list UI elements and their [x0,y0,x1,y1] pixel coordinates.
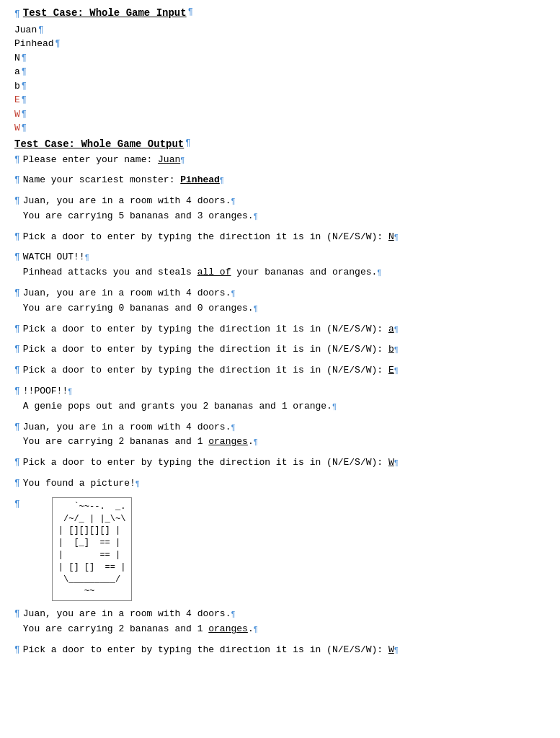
output-content-16: Pick a door to enter by typing the direc… [23,643,546,658]
output-content-12: Pick a door to enter by typing the direc… [23,455,546,471]
door-prompt-5: Pick a door to enter by typing the direc… [23,455,546,471]
cursor-6a: ¶ [231,290,235,298]
output-line-monster-prompt: Name your scariest monster: Pinhead¶ [23,173,546,188]
para-a: ¶ [22,67,27,77]
output-block-12: ¶ Pick a door to enter by typing the dir… [14,455,546,471]
para-mark-14: ¶ [14,497,20,512]
para-mark-12: ¶ [14,455,20,470]
para-mark-7: ¶ [14,322,20,337]
cursor-12: ¶ [394,459,399,467]
output-content-3: Juan, you are in a room with 4 doors.¶ Y… [23,194,546,224]
output-block-3: ¶ Juan, you are in a room with 4 doors.¶… [14,194,546,224]
cursor-7: ¶ [394,326,399,334]
oranges-underline-1: oranges [208,436,248,447]
pinhead-attack-line: Pinhead attacks you and steals all of yo… [23,265,546,280]
cursor-15b: ¶ [254,626,258,633]
output-content-9: Pick a door to enter by typing the direc… [23,363,546,378]
cursor-1: ¶ [180,156,185,164]
output-block-14: ¶ `~~--. _. /~/_ | |_\~\ | [][][][] | | … [14,497,546,601]
para-w2: ¶ [22,123,27,133]
output-content-2: Name your scariest monster: Pinhead¶ [23,173,546,188]
input-line-juan: Juan¶ [14,23,546,37]
output-title: Test Case: Whole Game Output [14,138,184,150]
output-block-1: ¶ Please enter your name: Juan¶ [14,153,546,168]
door-prompt-4: Pick a door to enter by typing the direc… [23,363,546,378]
output-content-4: Pick a door to enter by typing the direc… [23,230,546,245]
output-content-13: You found a picture!¶ [23,476,546,492]
output-block-2: ¶ Name your scariest monster: Pinhead¶ [14,173,546,188]
para-mark-9: ¶ [14,363,20,378]
input-line-w2: W¶ [14,121,546,135]
carrying-4: You are carrying 2 bananas and 1 oranges… [23,622,546,637]
cursor-3a: ¶ [231,197,235,205]
output-block-4: ¶ Pick a door to enter by typing the dir… [14,230,546,245]
input-line-a: a¶ [14,65,546,79]
room-desc-4: Juan, you are in a room with 4 doors.¶ [23,607,546,622]
output-block-9: ¶ Pick a door to enter by typing the dir… [14,363,546,378]
cursor-10b: ¶ [332,403,337,411]
output-block-8: ¶ Pick a door to enter by typing the dir… [14,342,546,357]
input-line-b: b¶ [14,79,546,94]
cursor-11a: ¶ [231,424,235,432]
room-desc-1: Juan, you are in a room with 4 doors.¶ [23,194,546,209]
oranges-underline-2: oranges [208,623,248,634]
output-title-para: ¶ [185,138,190,148]
door-prompt-3: Pick a door to enter by typing the direc… [23,342,546,357]
para-mark-5: ¶ [14,250,20,264]
genie-line: A genie pops out and grants you 2 banana… [23,399,546,414]
cursor-3b: ¶ [254,213,258,221]
all-of-text: all of [197,267,231,277]
input-line-pinhead: Pinhead¶ [14,37,546,51]
output-content-6: Juan, you are in a room with 4 doors.¶ Y… [23,286,546,316]
output-content-11: Juan, you are in a room with 4 doors.¶ Y… [23,420,546,450]
input-lines: Juan¶ Pinhead¶ N¶ a¶ b¶ E¶ W¶ W¶ [14,23,546,135]
name-input-value: Juan [158,154,180,165]
output-content-1: Please enter your name: Juan¶ [23,153,546,168]
output-content-5: WATCH OUT!!¶ Pinhead attacks you and ste… [23,250,546,280]
input-title-row: ¶ Test Case: Whole Game Input ¶ [14,7,546,22]
output-block-13: ¶ You found a picture!¶ [14,476,546,492]
para-mark-10: ¶ [14,384,20,399]
cursor-5a: ¶ [85,254,89,262]
output-section: Test Case: Whole Game Output ¶ ¶ Please … [14,138,546,658]
para-mark-15: ¶ [14,607,20,621]
output-content-15: Juan, you are in a room with 4 doors.¶ Y… [23,607,546,637]
input-section: ¶ Test Case: Whole Game Input ¶ Juan¶ Pi… [14,7,546,135]
output-block-10: ¶ !!POOF!!¶ A genie pops out and grants … [14,384,546,414]
para-mark-2: ¶ [14,173,20,187]
door-input-1: N [388,231,394,242]
cursor-6b: ¶ [254,305,258,313]
output-content-14: `~~--. _. /~/_ | |_\~\ | [][][][] | | [_… [23,497,546,601]
door-input-2: a [388,324,394,334]
watch-out-line: WATCH OUT!!¶ [23,250,546,265]
door-prompt-1: Pick a door to enter by typing the direc… [23,230,546,245]
ascii-art-display: `~~--. _. /~/_ | |_\~\ | [][][][] | | [_… [52,497,133,601]
para-pinhead: ¶ [55,39,61,49]
monster-input-value: Pinhead [180,174,220,185]
para-mark-4: ¶ [14,230,20,244]
output-block-15: ¶ Juan, you are in a room with 4 doors.¶… [14,607,546,637]
cursor-4: ¶ [394,234,399,241]
output-content-7: Pick a door to enter by typing the direc… [23,322,546,337]
room-desc-2: Juan, you are in a room with 4 doors.¶ [23,286,546,301]
door-input-3: b [388,344,394,355]
cursor-16: ¶ [394,646,399,654]
output-block-11: ¶ Juan, you are in a room with 4 doors.¶… [14,420,546,450]
para-b: ¶ [22,81,27,92]
carrying-2: You are carrying 0 bananas and 0 oranges… [23,301,546,316]
cursor-11b: ¶ [254,438,258,446]
output-block-7: ¶ Pick a door to enter by typing the dir… [14,322,546,337]
output-title-row: Test Case: Whole Game Output ¶ [14,138,546,151]
door-prompt-2: Pick a door to enter by typing the direc… [23,322,546,337]
para-mark-11: ¶ [14,420,20,435]
cursor-5b: ¶ [377,269,381,277]
input-line-w1: W¶ [14,107,546,122]
input-title-para: ¶ [188,7,193,17]
cursor-9: ¶ [394,367,399,375]
door-prompt-6: Pick a door to enter by typing the direc… [23,643,546,658]
para-e: ¶ [22,95,27,105]
para-mark-6: ¶ [14,286,20,301]
room-desc-3: Juan, you are in a room with 4 doors.¶ [23,420,546,435]
input-line-e: E¶ [14,93,546,107]
picture-found-line: You found a picture!¶ [23,476,546,492]
